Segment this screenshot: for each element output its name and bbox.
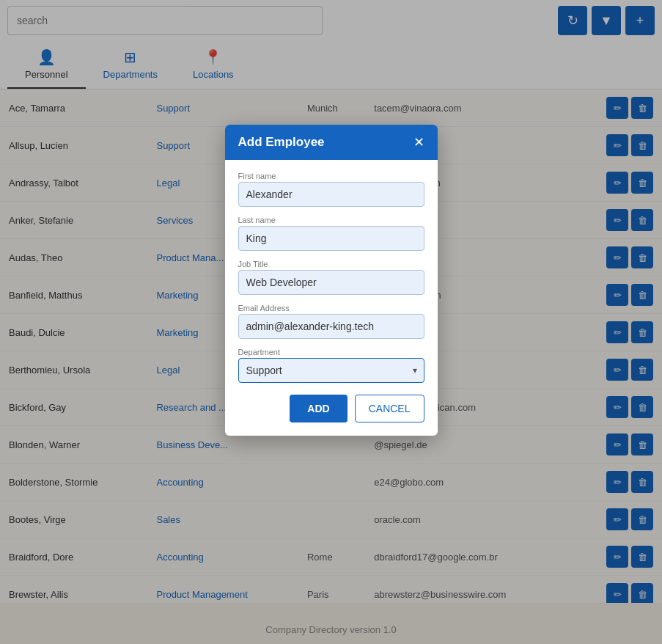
modal-body: First name Last name Job Title Email Add…	[225, 160, 438, 395]
department-label: Department	[238, 348, 424, 356]
last-name-field-group: Last name	[238, 216, 424, 251]
modal-close-button[interactable]: ✕	[413, 136, 424, 149]
cancel-button[interactable]: CANCEL	[355, 395, 424, 422]
last-name-label: Last name	[238, 216, 424, 224]
email-field-group: Email Address	[238, 304, 424, 339]
first-name-field-group: First name	[238, 172, 424, 207]
department-select[interactable]: SupportMarketingLegalSalesAccountingServ…	[238, 358, 424, 383]
modal-actions: ADD CANCEL	[225, 395, 438, 436]
first-name-label: First name	[238, 172, 424, 180]
department-select-wrapper: SupportMarketingLegalSalesAccountingServ…	[238, 358, 424, 383]
modal-title: Add Employee	[238, 135, 325, 150]
job-title-field-group: Job Title	[238, 260, 424, 295]
first-name-input[interactable]	[238, 182, 424, 207]
job-title-label: Job Title	[238, 260, 424, 268]
add-employee-button[interactable]: ADD	[290, 395, 347, 422]
email-label: Email Address	[238, 304, 424, 312]
modal-header: Add Employee ✕	[225, 125, 438, 160]
department-field-group: Department SupportMarketingLegalSalesAcc…	[238, 348, 424, 383]
email-input[interactable]	[238, 314, 424, 339]
job-title-input[interactable]	[238, 270, 424, 295]
last-name-input[interactable]	[238, 226, 424, 251]
add-employee-modal: Add Employee ✕ First name Last name Job …	[225, 125, 438, 436]
modal-overlay: Add Employee ✕ First name Last name Job …	[0, 0, 662, 644]
